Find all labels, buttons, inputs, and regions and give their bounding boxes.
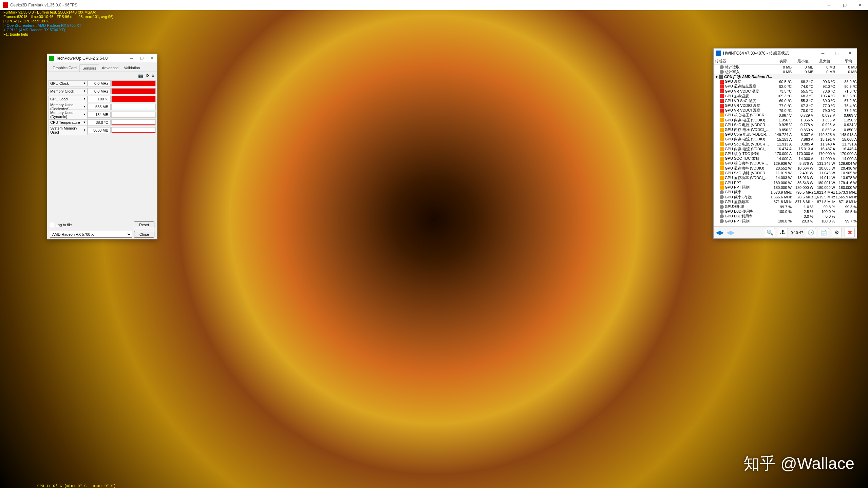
sensor-row[interactable]: GPU PPT180.000 W36.543 W180.001 W179.416…	[714, 180, 857, 185]
sensor-row[interactable]: GPU 内存 电压 (VDDIO)1.356 V1.356 V1.356 V1.…	[714, 118, 857, 122]
sensor-row[interactable]: GPU D3D利用率0.0 %0.0 %	[714, 214, 857, 219]
sensor-row[interactable]: GPU 核心功率 (VDDCR_GFX)129.936 W5.876 W131.…	[714, 161, 857, 166]
network-icon[interactable]: 🖧	[778, 228, 788, 237]
sensor-row[interactable]: GPU PPT 限制180.000 W180.000 W180.000 W180…	[714, 185, 857, 190]
sensor-row[interactable]: GPU SoC 功耗 (VDDCR_S...11.019 W2.401 W11.…	[714, 171, 857, 175]
hwinfo-sensor-list[interactable]: 总计读取0 MB0 MB0 MB0 MB总计写入0 MB0 MB0 MB0 MB…	[714, 65, 857, 226]
close-button[interactable]: Close	[134, 231, 154, 238]
furmark-minimize[interactable]: ─	[821, 0, 837, 10]
sensor-value: 0.0 MHz	[88, 88, 111, 94]
sensor-graph[interactable]	[111, 127, 156, 133]
temp-icon	[720, 89, 724, 93]
sensor-row[interactable]: GPU 内存 电流 (VDDCI_M...16.474 A15.313 A16.…	[714, 147, 857, 151]
sensor-label[interactable]: Memory Used (Dynamic)▼	[49, 110, 88, 120]
pct-icon	[720, 219, 724, 223]
sensor-row[interactable]: 总计写入0 MB0 MB0 MB0 MB	[714, 70, 857, 74]
volt-icon	[720, 157, 724, 161]
sensor-row[interactable]: GPU 显存频率871.8 MHz871.8 MHz871.8 MHz871.8…	[714, 199, 857, 204]
gpuz-minimize[interactable]: ─	[127, 54, 137, 62]
pct-icon	[720, 210, 724, 214]
sensor-row[interactable]: GPU 显存功率 (VDDIO)20.552 W10.664 W20.603 W…	[714, 166, 857, 171]
sensor-row[interactable]: GPU 内存 电压 (VDDCI_M...0.850 V0.850 V0.850…	[714, 127, 857, 132]
sensor-row[interactable]: GPU PPT 限制100.0 %20.3 %100.0 %99.7 %	[714, 219, 857, 223]
sensor-value: 0.0 MHz	[88, 80, 111, 86]
sensor-row[interactable]: GPU 核心电压 (VDDCR_GFX)0.867 V0.729 V0.892 …	[714, 113, 857, 118]
sensor-label[interactable]: System Memory Used▼	[49, 125, 88, 135]
temp-icon	[720, 94, 724, 98]
sensor-row[interactable]: GPU 频率 (有效)1,566.6 MHz28.5 MHz1,615.5 MH…	[714, 195, 857, 199]
sensor-graph[interactable]	[111, 88, 156, 94]
sensor-label[interactable]: GPU Load▼	[49, 96, 88, 102]
pct-icon	[720, 205, 724, 209]
gpu-group-header[interactable]: ▾GPU [#0]: AMD Radeon R...	[714, 74, 857, 79]
sensor-row[interactable]: 总计读取0 MB0 MB0 MB0 MB	[714, 65, 857, 70]
sensor-row[interactable]: GPU 热点温度105.3 °C68.3 °C105.4 °C103.5 °C	[714, 94, 857, 98]
furmark-icon	[3, 2, 8, 8]
sensor-row[interactable]: GPU 内存 电流 (VDDIO)15.153 A7.863 A15.191 A…	[714, 137, 857, 142]
sensor-graph[interactable]	[111, 112, 156, 118]
sensor-row[interactable]: GPU 显存结点温度92.0 °C74.0 °C92.0 °C90.3 °C	[714, 84, 857, 89]
volt-icon	[720, 133, 724, 137]
sensor-label[interactable]: GPU Clock▼	[49, 80, 88, 86]
tab-advanced[interactable]: Advanced	[99, 64, 121, 72]
gpuz-maximize[interactable]: ▢	[137, 54, 147, 62]
volt-icon	[720, 113, 724, 117]
sensor-label[interactable]: CPU Temperature▼	[49, 119, 88, 125]
volt-icon	[720, 147, 724, 151]
gpuz-tabs: Graphics CardSensorsAdvancedValidation	[47, 62, 157, 72]
tab-sensors[interactable]: Sensors	[79, 64, 99, 72]
sensor-graph[interactable]	[111, 80, 156, 86]
clk-icon	[720, 70, 724, 74]
sensor-row[interactable]: GPU 显存功率 (VDDCI_MEM)14.003 W13.016 W14.0…	[714, 175, 857, 180]
furmark-close[interactable]: ✕	[852, 0, 868, 10]
sensor-row[interactable]: GPU SoC 电压 (VDDCR_S...0.925 V0.778 V0.92…	[714, 122, 857, 127]
sensor-row[interactable]: GPU 频率1,570.9 MHz795.5 MHz1,621.4 MHz1,5…	[714, 190, 857, 195]
sensor-label[interactable]: Memory Clock▼	[49, 88, 88, 94]
sensor-graph[interactable]	[111, 104, 156, 110]
log-to-file-checkbox[interactable]	[50, 223, 54, 227]
gpu-select[interactable]: AMD Radeon RX 5700 XT	[50, 231, 132, 238]
sensor-graph[interactable]	[111, 119, 156, 125]
sensor-value: 5630 MB	[88, 127, 111, 133]
furmark-maximize[interactable]: ▢	[837, 0, 852, 10]
tab-validation[interactable]: Validation	[121, 64, 143, 72]
clk-icon	[720, 65, 724, 69]
sensor-row: Memory Clock▼ 0.0 MHz	[49, 87, 156, 95]
sensor-row[interactable]: GPU利用率99.7 %1.0 %99.8 %99.3 %	[714, 204, 857, 209]
sensor-row[interactable]: GPU VR VDDCI 温度79.0 °C70.0 °C79.0 °C77.2…	[714, 108, 857, 113]
sensor-row[interactable]: GPU Core 电流 (VDDCR_G...149.724 A8.037 A1…	[714, 132, 857, 137]
save-icon[interactable]: 📄	[819, 228, 829, 237]
reset-button[interactable]: Reset	[134, 221, 154, 228]
sensor-row[interactable]: GPU VR VDDC 温度73.5 °C55.5 °C73.6 °C71.6 …	[714, 89, 857, 94]
hwinfo-minimize[interactable]: ─	[816, 48, 830, 58]
volt-icon	[720, 161, 724, 165]
gpuz-close-x[interactable]: ✕	[147, 54, 157, 62]
sensor-row[interactable]: GPU SOC TDC 限制14.000 A14.000 A14.000 A14…	[714, 156, 857, 161]
sensor-row[interactable]: GPU 核心 TDC 限制170.000 A170.000 A170.000 A…	[714, 151, 857, 156]
clk-icon	[720, 200, 724, 204]
volt-icon	[720, 137, 724, 141]
refresh-icon[interactable]: ⟳	[146, 73, 149, 78]
temp-icon	[720, 80, 724, 84]
search-icon[interactable]: 🔍	[765, 228, 775, 237]
menu-icon[interactable]: ≡	[152, 73, 154, 78]
gpuz-titlebar[interactable]: TechPowerUp GPU-Z 2.54.0 ─ ▢ ✕	[47, 54, 157, 62]
exit-icon[interactable]: ✖	[845, 228, 855, 237]
hwinfo-maximize[interactable]: ▢	[830, 48, 843, 58]
settings-icon[interactable]: ⚙	[832, 228, 842, 237]
tab-graphics-card[interactable]: Graphics Card	[50, 64, 79, 72]
sensor-graph[interactable]	[111, 96, 156, 102]
hwinfo-close[interactable]: ✕	[843, 48, 857, 58]
sensor-row[interactable]: GPU D3D 使用率100.0 %2.5 %100.0 %99.5 %	[714, 209, 857, 214]
sensor-row[interactable]: GPU SoC 电流 (VDDCR_S...11.913 A3.085 A11.…	[714, 142, 857, 147]
clock-icon[interactable]: 🕒	[806, 228, 816, 237]
screenshot-icon[interactable]: 📷	[138, 73, 143, 78]
sensor-row[interactable]: GPU 温度90.5 °C68.2 °C90.6 °C88.9 °C	[714, 79, 857, 84]
hwinfo-toolbar: ◀▶ ◀▶ 🔍 🖧 0:10:47 🕒 📄 ⚙ ✖	[714, 226, 857, 238]
nav-arrows-2[interactable]: ◀▶	[727, 229, 735, 236]
hwinfo-titlebar[interactable]: HWiNFO64 v7.30-4870 - 传感器状态 ─ ▢ ✕	[714, 48, 857, 58]
nav-arrows-1[interactable]: ◀▶	[716, 229, 724, 236]
sensor-row[interactable]: GPU VR SoC 温度69.0 °C55.3 °C69.0 °C67.2 °…	[714, 98, 857, 103]
sensor-row[interactable]: GPU VR VDDIO 温度77.0 °C67.3 °C77.0 °C75.4…	[714, 103, 857, 108]
volt-icon	[720, 181, 724, 185]
